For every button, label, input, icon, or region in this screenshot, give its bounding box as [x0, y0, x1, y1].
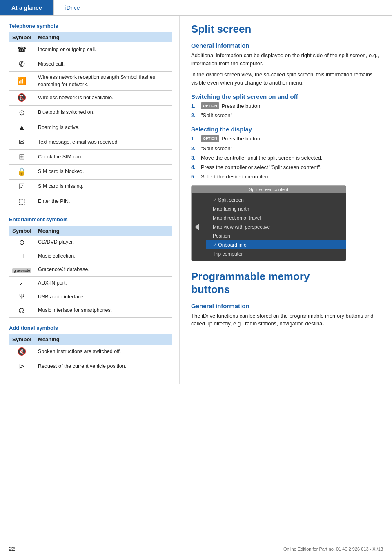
table-row: ✆Missed call. — [9, 57, 172, 72]
screen-title-bar: Split screen content — [192, 186, 346, 193]
symbol-cell: ⊟ — [9, 249, 35, 263]
symbol-cell: ▲ — [9, 120, 35, 135]
additional-section-title: Additional symbols — [9, 325, 172, 331]
option-button-icon-1: OPTION — [201, 102, 219, 109]
symbol-cell: ⊳ — [9, 359, 35, 374]
symbol-cell: Ψ — [9, 290, 35, 304]
screen-menu-item: Map view with perspective — [206, 222, 346, 231]
tab-at-a-glance[interactable]: At a glance — [0, 0, 53, 15]
add-col1-header: Symbol — [9, 334, 35, 345]
selecting-step-1: 1. OPTION Press the button. — [191, 135, 383, 142]
meaning-cell: Music interface for smartphones. — [35, 304, 172, 317]
left-column: Telephone symbols Symbol Meaning ☎Incomi… — [0, 16, 180, 384]
table-row: ⊙Bluetooth is switched on. — [9, 105, 172, 120]
split-screen-heading: Split screen — [191, 23, 383, 36]
screen-menu-item: ✓ Onboard info — [206, 240, 346, 249]
symbol-cell: ⊙ — [9, 236, 35, 249]
screen-menu-item: Trip computer — [206, 249, 346, 258]
meaning-cell: AUX-IN port. — [35, 277, 172, 290]
table-row: 🔒SIM card is blocked. — [9, 165, 172, 179]
tab-idrive[interactable]: iDrive — [53, 0, 91, 15]
symbol-cell: ⟋ — [9, 277, 35, 290]
screen-menu-item: Map facing north — [206, 205, 346, 214]
table-row: ☑SIM card is missing. — [9, 179, 172, 194]
tab-at-a-glance-label: At a glance — [11, 4, 42, 11]
screen-menu-item: Position — [206, 231, 346, 240]
table-row: 📵Wireless network is not available. — [9, 91, 172, 105]
switching-steps: 1. OPTION Press the button. 2. "Split sc… — [191, 102, 383, 119]
footer: 22 Online Edition for Part no. 01 40 2 9… — [0, 543, 392, 552]
screen-body: ✓ Split screenMap facing northMap direct… — [192, 193, 346, 261]
screen-menu-item: Map direction of travel — [206, 214, 346, 222]
ent-col1-header: Symbol — [9, 226, 35, 236]
table-row: ΨUSB audio interface. — [9, 290, 172, 304]
telephone-symbols-table: Symbol Meaning ☎Incoming or outgoing cal… — [9, 32, 172, 209]
additional-symbols-table: Symbol Meaning 🔇Spoken instructions are … — [9, 334, 172, 374]
tel-col1-header: Symbol — [9, 32, 35, 42]
symbol-cell: ✆ — [9, 57, 35, 72]
meaning-cell: Wireless network reception strength Symb… — [35, 72, 172, 91]
table-row: ⟋AUX-IN port. — [9, 277, 172, 290]
meaning-cell: Incoming or outgoing call. — [35, 42, 172, 57]
meaning-cell: Wireless network is not available. — [35, 91, 172, 105]
symbol-cell: 📵 — [9, 91, 35, 105]
symbol-cell: ⊞ — [9, 150, 35, 165]
switching-subtitle: Switching the split screen on and off — [191, 93, 383, 100]
selecting-step-3: 3. Move the controller until the split s… — [191, 154, 383, 162]
meaning-cell: SIM card is missing. — [35, 179, 172, 194]
telephone-section-title: Telephone symbols — [9, 23, 172, 29]
meaning-cell: SIM card is blocked. — [35, 165, 172, 179]
table-row: ⊳Request of the current vehicle position… — [9, 359, 172, 374]
left-arrow-icon — [195, 224, 199, 230]
switching-step-1: 1. OPTION Press the button. — [191, 102, 383, 110]
table-row: ☎Incoming or outgoing call. — [9, 42, 172, 57]
table-row: ⊙CD/DVD player. — [9, 236, 172, 249]
main-content: Telephone symbols Symbol Meaning ☎Incomi… — [0, 16, 392, 384]
meaning-cell: Check the SIM card. — [35, 150, 172, 165]
symbol-cell: ☎ — [9, 42, 35, 57]
meaning-cell: Request of the current vehicle position. — [35, 359, 172, 374]
symbol-cell: ☊ — [9, 304, 35, 317]
split-screen-content-image: Split screen content ✓ Split screenMap f… — [191, 185, 346, 261]
meaning-cell: Bluetooth is switched on. — [35, 105, 172, 120]
table-row: ⬚Enter the PIN. — [9, 194, 172, 209]
screen-menu-item: ✓ Split screen — [206, 196, 346, 205]
meaning-cell: USB audio interface. — [35, 290, 172, 304]
meaning-cell: Text message, e-mail was received. — [35, 135, 172, 149]
symbol-cell: 📶 — [9, 72, 35, 91]
symbol-cell: ⊙ — [9, 105, 35, 120]
selecting-subtitle: Selecting the display — [191, 126, 383, 133]
general-info-para2: In the divided screen view, the so-calle… — [191, 71, 383, 87]
edition-text: Online Edition for Part no. 01 40 2 926 … — [283, 547, 383, 552]
symbol-cell: ⬚ — [9, 194, 35, 209]
meaning-cell: Gracenote® database. — [35, 263, 172, 276]
general-info-subtitle: General information — [191, 42, 383, 49]
tab-idrive-label: iDrive — [65, 4, 80, 11]
page-number: 22 — [9, 546, 15, 552]
selecting-steps: 1. OPTION Press the button. 2. "Split sc… — [191, 135, 383, 180]
entertainment-symbols-table: Symbol Meaning ⊙CD/DVD player.⊟Music col… — [9, 226, 172, 318]
table-row: 🔇Spoken instructions are switched off. — [9, 345, 172, 359]
table-row: ☊Music interface for smartphones. — [9, 304, 172, 317]
table-row: ⊟Music collection. — [9, 249, 172, 263]
table-row: gracenoteGracenote® database. — [9, 263, 172, 276]
selecting-step-2: 2. "Split screen" — [191, 145, 383, 152]
selecting-step-5: 5. Select the desired menu item. — [191, 173, 383, 180]
meaning-cell: Missed call. — [35, 57, 172, 72]
right-column: Split screen General information Additio… — [180, 16, 392, 384]
switching-step-2: 2. "Split screen" — [191, 112, 383, 119]
add-col2-header: Meaning — [35, 334, 172, 345]
option-button-icon-2: OPTION — [201, 135, 219, 142]
symbol-cell: gracenote — [9, 263, 35, 276]
symbol-cell: 🔒 — [9, 165, 35, 179]
meaning-cell: Enter the PIN. — [35, 194, 172, 209]
symbol-cell: ✉ — [9, 135, 35, 149]
programmable-memory-heading: Programmable memory buttons — [191, 270, 383, 296]
selecting-step-4: 4. Press the controller or select "Split… — [191, 164, 383, 171]
table-row: ✉Text message, e-mail was received. — [9, 135, 172, 149]
table-row: ▲Roaming is active. — [9, 120, 172, 135]
top-navigation: At a glance iDrive — [0, 0, 392, 16]
ent-col2-header: Meaning — [35, 226, 172, 236]
meaning-cell: Roaming is active. — [35, 120, 172, 135]
meaning-cell: Spoken instructions are switched off. — [35, 345, 172, 359]
